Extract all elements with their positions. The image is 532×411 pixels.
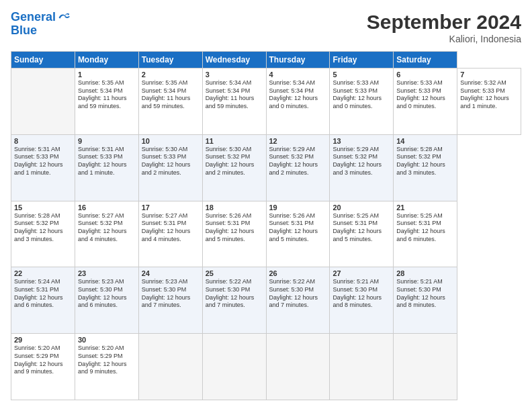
day-number: 23: [78, 269, 136, 277]
page: General Blue September 2024 Kaliori, Ind…: [0, 0, 532, 411]
day-number: 28: [396, 269, 454, 277]
day-number: 20: [332, 203, 390, 212]
table-row: 28 Sunrise: 5:21 AMSunset: 5:30 PMDaylig…: [394, 267, 457, 334]
table-row: 7 Sunrise: 5:32 AMSunset: 5:33 PMDayligh…: [457, 68, 521, 135]
logo: General Blue: [11, 11, 71, 38]
logo-text: General: [11, 11, 56, 24]
day-number: 1: [78, 71, 136, 79]
month-title: September 2024: [367, 11, 521, 34]
day-number: 18: [206, 203, 263, 212]
day-info: Sunrise: 5:22 AMSunset: 5:30 PMDaylight:…: [269, 278, 327, 310]
table-row: 14 Sunrise: 5:28 AMSunset: 5:32 PMDaylig…: [394, 134, 457, 201]
day-number: 3: [206, 71, 263, 79]
day-info: Sunrise: 5:30 AMSunset: 5:32 PMDaylight:…: [206, 146, 263, 177]
table-row: 8 Sunrise: 5:31 AMSunset: 5:33 PMDayligh…: [11, 134, 75, 201]
table-row: 4 Sunrise: 5:34 AMSunset: 5:34 PMDayligh…: [266, 68, 330, 135]
table-row: 30 Sunrise: 5:20 AMSunset: 5:29 PMDaylig…: [75, 334, 138, 400]
table-row: 13 Sunrise: 5:29 AMSunset: 5:32 PMDaylig…: [330, 134, 394, 201]
day-number: 21: [396, 203, 454, 212]
day-info: Sunrise: 5:26 AMSunset: 5:31 PMDaylight:…: [269, 212, 327, 244]
day-number: 14: [396, 137, 454, 145]
day-number: 15: [14, 203, 72, 212]
day-info: Sunrise: 5:20 AMSunset: 5:29 PMDaylight:…: [78, 345, 136, 376]
day-number: 9: [78, 137, 136, 145]
header: General Blue September 2024 Kaliori, Ind…: [11, 11, 521, 44]
day-number: 30: [78, 336, 136, 344]
table-row: 1 Sunrise: 5:35 AMSunset: 5:34 PMDayligh…: [75, 68, 138, 135]
day-info: Sunrise: 5:26 AMSunset: 5:31 PMDaylight:…: [206, 212, 263, 244]
table-row: [202, 334, 266, 400]
table-row: 5 Sunrise: 5:33 AMSunset: 5:33 PMDayligh…: [330, 68, 394, 135]
day-number: 5: [332, 71, 390, 79]
calendar-week-row: 8 Sunrise: 5:31 AMSunset: 5:33 PMDayligh…: [11, 134, 521, 201]
table-row: 15 Sunrise: 5:28 AMSunset: 5:32 PMDaylig…: [11, 201, 75, 267]
table-row: 26 Sunrise: 5:22 AMSunset: 5:30 PMDaylig…: [266, 267, 330, 334]
day-info: Sunrise: 5:35 AMSunset: 5:34 PMDaylight:…: [78, 79, 136, 111]
table-row: [266, 334, 330, 400]
table-row: 27 Sunrise: 5:21 AMSunset: 5:30 PMDaylig…: [330, 267, 394, 334]
day-info: Sunrise: 5:21 AMSunset: 5:30 PMDaylight:…: [396, 278, 454, 310]
table-row: [394, 334, 457, 400]
day-number: 13: [332, 137, 390, 145]
day-info: Sunrise: 5:31 AMSunset: 5:33 PMDaylight:…: [78, 146, 136, 177]
day-info: Sunrise: 5:30 AMSunset: 5:33 PMDaylight:…: [142, 146, 200, 177]
day-info: Sunrise: 5:28 AMSunset: 5:32 PMDaylight:…: [14, 212, 72, 244]
day-info: Sunrise: 5:21 AMSunset: 5:30 PMDaylight:…: [332, 278, 390, 310]
day-info: Sunrise: 5:32 AMSunset: 5:33 PMDaylight:…: [460, 79, 518, 111]
table-row: 24 Sunrise: 5:23 AMSunset: 5:30 PMDaylig…: [138, 267, 202, 334]
table-row: 18 Sunrise: 5:26 AMSunset: 5:31 PMDaylig…: [202, 201, 266, 267]
day-info: Sunrise: 5:20 AMSunset: 5:29 PMDaylight:…: [14, 345, 72, 376]
table-row: 29 Sunrise: 5:20 AMSunset: 5:29 PMDaylig…: [11, 334, 75, 400]
table-row: 23 Sunrise: 5:23 AMSunset: 5:30 PMDaylig…: [75, 267, 138, 334]
col-thursday: Thursday: [266, 52, 330, 68]
table-row: 11 Sunrise: 5:30 AMSunset: 5:32 PMDaylig…: [202, 134, 266, 201]
col-wednesday: Wednesday: [202, 52, 266, 68]
day-info: Sunrise: 5:24 AMSunset: 5:31 PMDaylight:…: [14, 278, 72, 310]
table-row: 10 Sunrise: 5:30 AMSunset: 5:33 PMDaylig…: [138, 134, 202, 201]
table-row: 22 Sunrise: 5:24 AMSunset: 5:31 PMDaylig…: [11, 267, 75, 334]
day-info: Sunrise: 5:25 AMSunset: 5:31 PMDaylight:…: [396, 212, 454, 244]
col-friday: Friday: [330, 52, 394, 68]
location: Kaliori, Indonesia: [367, 34, 521, 44]
calendar-week-row: 22 Sunrise: 5:24 AMSunset: 5:31 PMDaylig…: [11, 267, 521, 334]
day-info: Sunrise: 5:35 AMSunset: 5:34 PMDaylight:…: [142, 79, 200, 111]
table-row: [11, 68, 75, 135]
table-row: 19 Sunrise: 5:26 AMSunset: 5:31 PMDaylig…: [266, 201, 330, 267]
day-number: 22: [14, 269, 72, 277]
title-area: September 2024 Kaliori, Indonesia: [367, 11, 521, 44]
day-info: Sunrise: 5:23 AMSunset: 5:30 PMDaylight:…: [142, 278, 200, 310]
day-number: 2: [142, 71, 200, 79]
day-number: 8: [14, 137, 72, 145]
day-number: 17: [142, 203, 200, 212]
table-row: 3 Sunrise: 5:34 AMSunset: 5:34 PMDayligh…: [202, 68, 266, 135]
table-row: 6 Sunrise: 5:33 AMSunset: 5:33 PMDayligh…: [394, 68, 457, 135]
day-number: 26: [269, 269, 327, 277]
day-number: 10: [142, 137, 200, 145]
day-info: Sunrise: 5:23 AMSunset: 5:30 PMDaylight:…: [78, 278, 136, 310]
day-info: Sunrise: 5:33 AMSunset: 5:33 PMDaylight:…: [332, 79, 390, 111]
day-info: Sunrise: 5:31 AMSunset: 5:33 PMDaylight:…: [14, 146, 72, 177]
day-info: Sunrise: 5:28 AMSunset: 5:32 PMDaylight:…: [396, 146, 454, 177]
table-row: [330, 334, 394, 400]
calendar-week-row: 29 Sunrise: 5:20 AMSunset: 5:29 PMDaylig…: [11, 334, 521, 400]
col-tuesday: Tuesday: [138, 52, 202, 68]
calendar-week-row: 1 Sunrise: 5:35 AMSunset: 5:34 PMDayligh…: [11, 68, 521, 135]
day-number: 24: [142, 269, 200, 277]
day-number: 16: [78, 203, 136, 212]
day-info: Sunrise: 5:27 AMSunset: 5:31 PMDaylight:…: [142, 212, 200, 244]
logo-subtext: Blue: [11, 24, 71, 38]
table-row: 2 Sunrise: 5:35 AMSunset: 5:34 PMDayligh…: [138, 68, 202, 135]
day-number: 19: [269, 203, 327, 212]
table-row: 25 Sunrise: 5:22 AMSunset: 5:30 PMDaylig…: [202, 267, 266, 334]
day-info: Sunrise: 5:34 AMSunset: 5:34 PMDaylight:…: [269, 79, 327, 111]
day-number: 6: [396, 71, 454, 79]
day-info: Sunrise: 5:27 AMSunset: 5:32 PMDaylight:…: [78, 212, 136, 244]
table-row: 9 Sunrise: 5:31 AMSunset: 5:33 PMDayligh…: [75, 134, 138, 201]
calendar-header-row: Sunday Monday Tuesday Wednesday Thursday…: [11, 52, 521, 68]
table-row: 17 Sunrise: 5:27 AMSunset: 5:31 PMDaylig…: [138, 201, 202, 267]
day-info: Sunrise: 5:29 AMSunset: 5:32 PMDaylight:…: [332, 146, 390, 177]
day-number: 11: [206, 137, 263, 145]
day-number: 25: [206, 269, 263, 277]
table-row: 21 Sunrise: 5:25 AMSunset: 5:31 PMDaylig…: [394, 201, 457, 267]
day-number: 4: [269, 71, 327, 79]
